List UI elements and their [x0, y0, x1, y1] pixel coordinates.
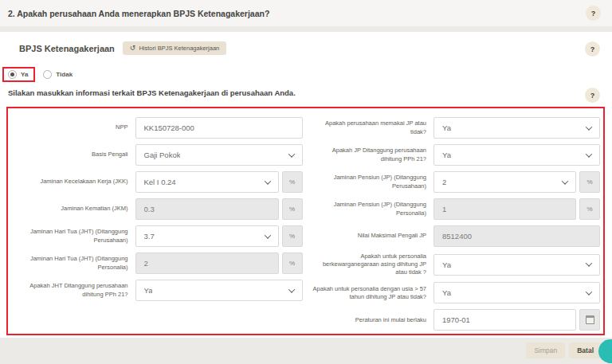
radio-option-tidak[interactable]: Tidak [43, 70, 73, 79]
field-control: 3.7% [135, 225, 303, 247]
field-value: Ya [442, 260, 451, 269]
percent-suffix: % [579, 198, 600, 220]
select-input[interactable]: Ya [135, 280, 303, 301]
chevron-down-icon [264, 178, 270, 184]
field-control: 2% [434, 171, 600, 193]
readonly-input: 8512400 [434, 225, 600, 247]
percent-suffix: % [579, 171, 600, 193]
field-value: 8512400 [442, 232, 472, 241]
chevron-down-icon [288, 151, 294, 157]
readonly-input: 1 [434, 198, 576, 220]
chevron-down-icon [586, 151, 592, 157]
field-label: Apakah perusahaan memakai JP atau tidak? [309, 119, 427, 135]
field-value: 1970-01 [442, 315, 470, 324]
field-control: 2% [135, 252, 303, 274]
form-field: Apakah perusahaan memakai JP atau tidak?… [309, 117, 602, 139]
field-label: Jaminan Hari Tua (JHT) (Ditanggung Perso… [10, 255, 128, 271]
field-value: 2 [144, 259, 148, 268]
chevron-down-icon [288, 286, 294, 292]
chevron-down-icon [264, 232, 270, 238]
bpjs-section-label: BPJS Ketenagakerjaan [19, 44, 115, 53]
select-input[interactable]: Ya [434, 254, 600, 276]
help-icon[interactable]: ? [585, 41, 600, 57]
radio-selected-icon[interactable] [8, 70, 17, 79]
field-label: Apakah JHT Ditanggung perusahaan dihitun… [10, 282, 128, 298]
history-bpjs-button[interactable]: ↺ Histori BPJS Ketenagakerjaan [123, 41, 226, 55]
calendar-icon [586, 315, 594, 324]
form-field: Apakah JP Ditanggung perusahaan dihitung… [309, 144, 602, 166]
field-control: 0.3% [135, 198, 303, 220]
form-field: Peraturan ini mulai berlaku1970-01 [309, 309, 602, 331]
text-input[interactable]: KK150728-000 [135, 117, 303, 139]
radio-option-ya[interactable]: Ya [2, 67, 35, 82]
field-value: 1 [442, 205, 446, 213]
field-label: Jaminan Pensiun (JP) (Ditanggung Perusah… [309, 174, 427, 190]
save-button[interactable]: Simpan [526, 342, 565, 358]
chat-fab-button[interactable] [598, 339, 612, 363]
field-control: 8512400 [434, 225, 600, 247]
readonly-input: 0.3 [135, 198, 279, 220]
field-control: KK150728-000 [135, 117, 303, 139]
history-button-label: Histori BPJS Ketenagakerjaan [139, 45, 219, 52]
field-value: Ya [442, 288, 451, 297]
radio-label: Tidak [56, 71, 73, 78]
field-value: Ya [144, 286, 153, 295]
field-control: Ya [434, 117, 600, 139]
chevron-down-icon [562, 178, 568, 184]
field-control: Gaji Pokok [135, 144, 303, 166]
form-field: NPPKK150728-000 [10, 117, 303, 139]
bpjs-form-highlighted: NPPKK150728-000Basis PengaliGaji PokokJa… [6, 107, 605, 335]
form-column-right: Apakah perusahaan memakai JP atau tidak?… [309, 117, 602, 336]
field-control: 1% [434, 198, 600, 220]
text-input[interactable]: 1970-01 [434, 309, 576, 331]
percent-suffix: % [282, 225, 303, 247]
readonly-input: 2 [135, 252, 279, 274]
field-control: Ya [434, 144, 600, 166]
form-field: Jaminan Kematian (JKM)0.3% [10, 198, 303, 220]
field-label: Apakah JP Ditanggung perusahaan dihitung… [309, 147, 427, 162]
form-field: Basis PengaliGaji Pokok [10, 144, 303, 166]
form-field: Apakah untuk personalia dengan usia > 57… [309, 282, 602, 303]
field-control: 1970-01 [434, 309, 600, 331]
help-icon[interactable]: ? [585, 88, 600, 103]
field-value: KK150728-000 [144, 123, 194, 132]
field-label: Apakah untuk personalia dengan usia > 57… [309, 285, 427, 301]
form-field: Nilai Maksimal Pengali JP8512400 [309, 225, 602, 247]
bpjs-radio-group: Ya Tidak [2, 67, 73, 82]
chevron-down-icon [586, 123, 592, 130]
question-header: 2. Apakah perusahaan Anda menerapkan BPJ… [0, 0, 612, 26]
form-actions: Simpan Batal [526, 342, 602, 358]
select-input[interactable]: Ya [434, 117, 600, 139]
field-label: NPP [10, 123, 128, 131]
field-label: Basis Pengali [10, 151, 128, 159]
field-label: Jaminan Pensiun (JP) (Ditanggung Persona… [309, 201, 427, 217]
select-input[interactable]: Ya [434, 144, 600, 166]
form-field: Jaminan Hari Tua (JHT) (Ditanggung Perso… [10, 252, 303, 274]
select-input[interactable]: Kel I 0.24 [135, 171, 279, 193]
select-input[interactable]: 3.7 [135, 225, 279, 247]
calendar-button[interactable] [579, 309, 600, 331]
help-icon[interactable]: ? [586, 6, 601, 21]
radio-label: Ya [21, 71, 28, 78]
field-label: Peraturan ini mulai berlaku [309, 316, 427, 324]
form-field: Apakah untuk personalia berkewarganegara… [309, 252, 602, 276]
chevron-down-icon [586, 260, 592, 267]
radio-unselected-icon[interactable] [43, 70, 52, 79]
field-value: Ya [442, 123, 451, 132]
field-value: Kel I 0.24 [144, 178, 176, 186]
cancel-button[interactable]: Batal [569, 342, 602, 358]
field-value: 3.7 [144, 232, 155, 241]
field-label: Jaminan Kematian (JKM) [10, 205, 128, 213]
form-field: Jaminan Pensiun (JP) (Ditanggung Persona… [309, 198, 602, 220]
select-input[interactable]: Ya [434, 282, 600, 303]
form-field: Jaminan Kecelakaan Kerja (JKK)Kel I 0.24… [10, 171, 303, 193]
field-label: Apakah untuk personalia berkewarganegara… [309, 252, 427, 276]
instruction-text: Silakan masukkan informasi terkait BPJS … [8, 88, 296, 97]
field-value: 2 [442, 178, 446, 186]
field-value: 0.3 [144, 205, 155, 213]
select-input[interactable]: Gaji Pokok [135, 144, 303, 166]
select-input[interactable]: 2 [434, 171, 576, 193]
form-field: Jaminan Hari Tua (JHT) (Ditanggung Perus… [10, 225, 303, 247]
field-label: Jaminan Kecelakaan Kerja (JKK) [10, 178, 128, 186]
field-label: Nilai Maksimal Pengali JP [309, 232, 427, 240]
